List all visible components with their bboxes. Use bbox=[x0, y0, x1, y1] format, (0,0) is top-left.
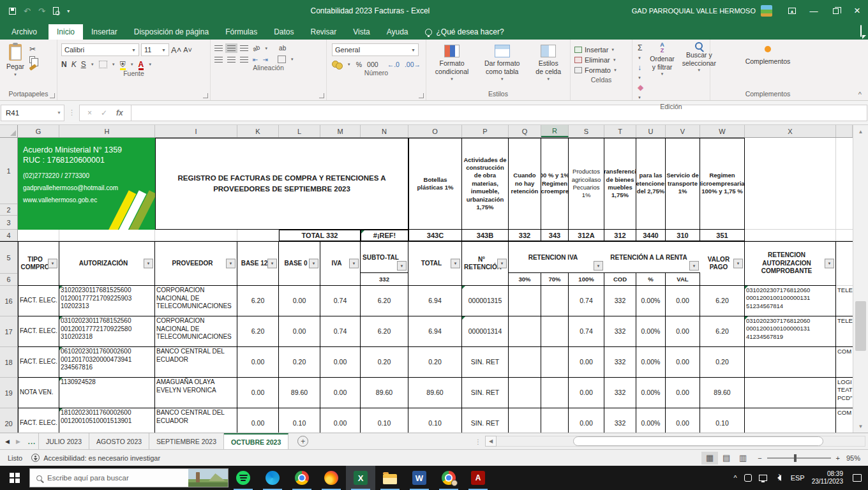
cell-autorizacion[interactable]: 18102023011760002600 0012001051000151390… bbox=[59, 408, 155, 433]
italic-button[interactable]: K bbox=[71, 60, 77, 69]
row-header[interactable]: 18 bbox=[0, 347, 18, 378]
header-pct[interactable]: % bbox=[636, 273, 666, 286]
row-header-2[interactable]: 2 bbox=[0, 204, 17, 216]
cell-code-312[interactable]: 312 bbox=[604, 230, 636, 241]
col-header-I[interactable]: I bbox=[155, 125, 237, 137]
row-header-3[interactable]: 3 bbox=[0, 216, 17, 230]
row-header-5[interactable]: 5 bbox=[0, 242, 17, 274]
filter-icon[interactable]: ▼ bbox=[144, 259, 153, 269]
col-header-L[interactable]: L bbox=[279, 125, 320, 137]
fill-color-button[interactable]: ⛨ bbox=[120, 60, 126, 69]
filter-icon[interactable]: ▼ bbox=[349, 259, 359, 269]
cell-valor[interactable]: 0.00 bbox=[666, 316, 700, 347]
cell-total[interactable]: 6.94 bbox=[408, 286, 462, 316]
row-header-4[interactable]: 4 bbox=[0, 230, 18, 241]
col-header-U[interactable]: U bbox=[636, 125, 666, 137]
cell-total[interactable]: 0.20 bbox=[408, 347, 462, 378]
accounting-caret-icon[interactable]: ▼ bbox=[347, 63, 351, 66]
restore-button[interactable] bbox=[825, 0, 846, 22]
tray-expand-icon[interactable]: ^ bbox=[734, 474, 737, 482]
cell-code-310[interactable]: 310 bbox=[666, 230, 700, 241]
sheet-nav-left-icon[interactable]: ◀ bbox=[5, 438, 10, 445]
cell-G4[interactable] bbox=[18, 230, 59, 241]
cell-base12[interactable]: 6.20 bbox=[237, 316, 279, 347]
cell-base0[interactable]: 0.00 bbox=[279, 286, 320, 316]
desc-microempresarial[interactable]: Regimen Microempresarial: 100% y 1,75 % bbox=[700, 138, 745, 230]
clipboard-dialog-launcher-icon[interactable] bbox=[50, 93, 55, 98]
cell-porcentaje[interactable]: 0.00% bbox=[636, 286, 666, 316]
cell-porcentaje[interactable]: 0.00% bbox=[636, 316, 666, 347]
cell-Y4[interactable] bbox=[836, 230, 853, 241]
comments-button[interactable] bbox=[860, 26, 862, 37]
tab-archivo[interactable]: Archivo bbox=[0, 24, 49, 40]
accessibility-status[interactable]: Accesibilidad: es necesario investigar bbox=[31, 454, 160, 462]
filter-icon[interactable]: ▼ bbox=[397, 261, 407, 271]
insert-function-icon[interactable]: fx bbox=[116, 108, 123, 117]
vertical-scroll-track[interactable] bbox=[853, 138, 868, 420]
orientation-button[interactable]: ab bbox=[251, 43, 260, 52]
cell-porcentaje[interactable]: 0.00% bbox=[636, 347, 666, 378]
header-subtotal-332[interactable]: 332 bbox=[361, 273, 408, 286]
cell-Y5-6[interactable] bbox=[836, 242, 853, 286]
row-header-6[interactable]: 6 bbox=[0, 274, 17, 286]
cell-base12[interactable]: 0.00 bbox=[237, 347, 279, 378]
cell-iva[interactable]: 0.74 bbox=[320, 286, 361, 316]
cell-valor-pago[interactable]: 89.60 bbox=[700, 378, 745, 408]
tab-revisar[interactable]: Revisar bbox=[303, 24, 345, 40]
cell-retencion-30[interactable] bbox=[509, 378, 541, 408]
col-header-V[interactable]: V bbox=[666, 125, 700, 137]
cell-valor-pago[interactable]: 6.20 bbox=[700, 286, 745, 316]
cell-code-3440[interactable]: 3440 bbox=[636, 230, 666, 241]
cell-tipo-comprobante[interactable]: FACT. ELEC. bbox=[18, 408, 59, 433]
cell-base0[interactable]: 0.00 bbox=[279, 316, 320, 347]
cell-valor-pago[interactable]: 0.10 bbox=[700, 408, 745, 433]
filter-icon[interactable]: ▼ bbox=[48, 259, 57, 269]
col-header-Y-partial[interactable] bbox=[836, 125, 853, 137]
cell-styles-button[interactable]: Estilos de celda ▼ bbox=[529, 43, 567, 83]
fill-caret-icon[interactable]: ▼ bbox=[130, 63, 134, 66]
col-header-R-selected[interactable]: R bbox=[541, 125, 569, 137]
cell-num-retencion[interactable]: SIN. RET bbox=[462, 408, 509, 433]
cell-code-312A[interactable]: 312A bbox=[569, 230, 604, 241]
cell-X4[interactable] bbox=[745, 230, 836, 241]
filter-icon[interactable]: ▼ bbox=[689, 261, 699, 271]
cell-num-retencion[interactable]: SIN. RET bbox=[462, 347, 509, 378]
conditional-formatting-button[interactable]: Formato condicional ▼ bbox=[429, 43, 475, 83]
cell-total[interactable]: 0.10 bbox=[408, 408, 462, 433]
cell-proveedor[interactable]: CORPORACION NACIONAL DE TELECOMUNICACION… bbox=[155, 316, 237, 347]
cell-code-343B[interactable]: 343B bbox=[462, 230, 509, 241]
cell-porcentaje[interactable]: 0.00% bbox=[636, 408, 666, 433]
cell-porcentaje[interactable]: 0.00% bbox=[636, 378, 666, 408]
cell-extra-partial[interactable]: COM bbox=[836, 408, 853, 433]
filter-icon[interactable]: ▼ bbox=[733, 259, 743, 269]
vertical-scroll-thumb[interactable] bbox=[855, 301, 866, 351]
desc-productos[interactable]: Productos agricoilaso Pecuarios 1% bbox=[569, 138, 604, 230]
col-header-M[interactable]: M bbox=[320, 125, 361, 137]
taskbar-firefox[interactable] bbox=[317, 466, 346, 490]
redo-icon[interactable]: ↷ bbox=[38, 6, 45, 16]
header-retencion-renta-label[interactable]: RETENCIÓN A LA RENTA ▼ bbox=[604, 242, 700, 273]
cell-subtotal[interactable]: 0.20 bbox=[361, 347, 408, 378]
cut-icon[interactable]: ✂ bbox=[29, 45, 36, 54]
new-sheet-button[interactable]: + bbox=[297, 436, 308, 447]
header-base0[interactable]: BASE 0 ▼ bbox=[279, 242, 320, 286]
view-normal-icon[interactable]: ▦ bbox=[701, 452, 718, 464]
taskbar-search[interactable]: Escribe aquí para buscar bbox=[29, 468, 228, 487]
desc-actividades[interactable]: Actividades de construcción de obra mate… bbox=[462, 138, 509, 230]
wrap-text-button[interactable]: ab bbox=[279, 45, 286, 52]
cell-base0[interactable]: 0.20 bbox=[279, 347, 320, 378]
cell-H4[interactable] bbox=[59, 230, 155, 241]
font-color-caret-icon[interactable]: ▼ bbox=[148, 63, 152, 66]
header-subtotal-label[interactable]: SUBTO-TAL ▼ bbox=[361, 242, 408, 273]
grow-font-button[interactable]: A˄ bbox=[171, 45, 181, 55]
header-iva[interactable]: IVA ▼ bbox=[320, 242, 361, 286]
font-dialog-launcher-icon[interactable] bbox=[203, 93, 208, 98]
taskbar-edge[interactable] bbox=[258, 466, 287, 490]
col-header-P[interactable]: P bbox=[462, 125, 509, 137]
header-base12[interactable]: BASE 12 ▼ bbox=[237, 242, 279, 286]
scroll-down-icon[interactable]: ▼ bbox=[853, 420, 868, 433]
vertical-scrollbar[interactable]: ▲ ▼ bbox=[853, 125, 868, 433]
cell-retencion-autorizacion[interactable]: 0310202307176812060 0001200100100000131 … bbox=[745, 316, 836, 347]
cell-retencion-70[interactable] bbox=[541, 378, 569, 408]
taskbar-clock[interactable]: 08:39 23/11/2023 bbox=[812, 470, 843, 486]
